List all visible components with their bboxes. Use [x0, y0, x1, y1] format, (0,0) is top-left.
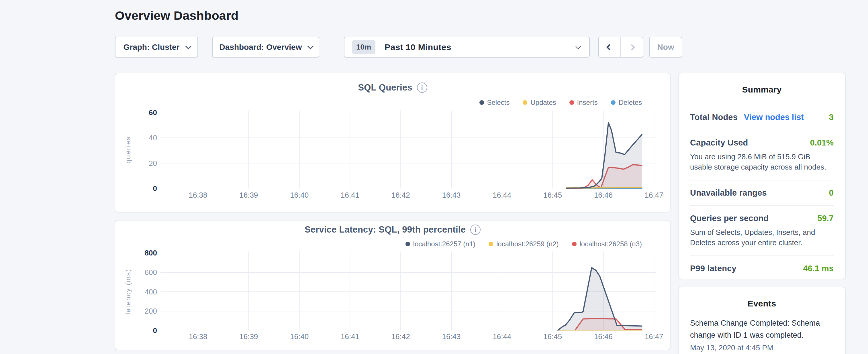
x-tick-label: 16:42: [380, 332, 421, 341]
controls-divider: [335, 37, 335, 58]
summary-row-label: Total Nodes: [690, 112, 738, 122]
x-tick-label: 16:39: [229, 191, 269, 200]
y-tick-label: 0: [114, 326, 157, 335]
summary-row-label: Capacity Used: [690, 138, 748, 148]
sql-queries-chart[interactable]: [160, 108, 656, 189]
x-tick-label: 16:46: [583, 191, 623, 200]
summary-row-description: Sum of Selects, Updates, Inserts, and De…: [690, 227, 834, 248]
dashboard-select-label: Dashboard: Overview: [219, 43, 302, 52]
summary-row: Queries per second 59.7 Sum of Selects, …: [690, 206, 834, 256]
summary-row-label: Unavailable ranges: [690, 188, 767, 198]
y-tick-label: 400: [114, 287, 157, 296]
legend-dot-icon: [479, 100, 484, 105]
legend-label: Selects: [487, 99, 510, 106]
legend-item[interactable]: Updates: [523, 99, 556, 106]
summary-row-value: 0: [829, 188, 834, 198]
legend-item[interactable]: localhost:26259 (n2): [489, 240, 559, 248]
x-tick-label: 16:44: [482, 191, 522, 200]
overview-dashboard-page: Overview Dashboard Graph: Cluster Dashbo…: [0, 0, 868, 354]
legend-item[interactable]: Selects: [479, 99, 510, 106]
event-item[interactable]: Schema Change Completed: Schema change w…: [690, 317, 834, 352]
legend-dot-icon: [489, 242, 493, 246]
event-text: Schema Change Completed: Schema change w…: [690, 317, 834, 341]
sql-queries-legend: SelectsUpdatesInsertsDeletes: [115, 99, 642, 106]
y-tick-label: 600: [114, 268, 157, 277]
legend-dot-icon: [523, 100, 527, 105]
chevron-down-icon: [308, 43, 313, 49]
summary-row-label: P99 latency: [690, 264, 737, 273]
legend-dot-icon: [569, 100, 574, 105]
x-tick-label: 16:41: [330, 191, 370, 200]
y-tick-label: 40: [114, 133, 157, 142]
chart-title: Service Latency: SQL, 99th percentile: [305, 225, 466, 235]
time-forward-button[interactable]: [620, 37, 643, 57]
graph-select-dropdown[interactable]: Graph: Cluster: [115, 37, 198, 58]
x-tick-label: 16:47: [634, 332, 674, 341]
chevron-right-icon: [629, 44, 635, 51]
summary-row-value: 3: [829, 112, 834, 122]
page-title: Overview Dashboard: [115, 9, 239, 23]
chevron-left-icon: [607, 44, 613, 51]
x-tick-label: 16:47: [634, 191, 674, 200]
sidebar: [0, 0, 115, 354]
x-tick-label: 16:41: [330, 332, 370, 341]
x-tick-label: 16:39: [229, 332, 269, 341]
chart-title: SQL Queries: [358, 83, 412, 93]
summary-row-label: Queries per second: [690, 214, 769, 223]
dashboard-select-dropdown[interactable]: Dashboard: Overview: [212, 37, 319, 58]
summary-row-value: 59.7: [817, 214, 834, 223]
x-tick-label: 16:42: [380, 191, 421, 200]
summary-row: P99 latency 46.1 ms: [690, 256, 834, 281]
info-icon[interactable]: i: [470, 225, 480, 235]
legend-label: Inserts: [577, 99, 598, 106]
summary-row-value: 0.01%: [810, 138, 834, 148]
events-title: Events: [679, 299, 845, 309]
summary-row: Unavailable ranges 0: [690, 181, 834, 206]
time-step-buttons: [598, 37, 643, 58]
service-latency-chart[interactable]: [160, 250, 656, 330]
x-tick-label: 16:44: [482, 332, 522, 341]
x-tick-label: 16:45: [533, 332, 573, 341]
y-tick-label: 200: [114, 307, 157, 316]
summary-row-value: 46.1 ms: [803, 264, 834, 273]
y-tick-label: 800: [114, 248, 157, 257]
legend-label: Deletes: [619, 99, 642, 106]
y-tick-label: 60: [114, 108, 157, 117]
x-tick-label: 16:43: [431, 332, 471, 341]
legend-item[interactable]: localhost:26258 (n3): [572, 240, 642, 248]
legend-label: localhost:26258 (n3): [580, 240, 642, 248]
time-range-badge: 10m: [352, 40, 375, 54]
summary-row: Total Nodes View nodes list 3: [690, 105, 834, 130]
summary-row-description: You are using 28.6 MiB of 515.9 GiB usab…: [690, 152, 834, 172]
events-list: Schema Change Completed: Schema change w…: [690, 317, 834, 352]
x-tick-label: 16:40: [279, 191, 319, 200]
legend-dot-icon: [611, 100, 616, 105]
time-range-label: Past 10 Minutes: [384, 42, 451, 52]
legend-label: Updates: [530, 99, 556, 106]
summary-row: Capacity Used 0.01% You are using 28.6 M…: [690, 130, 834, 181]
legend-dot-icon: [572, 242, 577, 246]
now-button[interactable]: Now: [649, 37, 682, 58]
x-tick-label: 16:38: [178, 191, 218, 200]
legend-dot-icon: [405, 242, 410, 246]
events-panel: Events Schema Change Completed: Schema c…: [678, 287, 846, 354]
info-icon[interactable]: i: [417, 83, 427, 93]
legend-item[interactable]: localhost:26257 (n1): [405, 240, 475, 248]
legend-label: localhost:26257 (n1): [413, 240, 475, 248]
service-latency-title-row: Service Latency: SQL, 99th percentile i: [115, 225, 671, 235]
y-tick-label: 0: [114, 184, 157, 193]
summary-title: Summary: [679, 85, 845, 95]
legend-item[interactable]: Deletes: [611, 99, 642, 106]
x-tick-label: 16:46: [583, 332, 623, 341]
time-range-selector[interactable]: 10m Past 10 Minutes: [344, 37, 590, 58]
view-nodes-link[interactable]: View nodes list: [744, 112, 804, 122]
chevron-down-icon: [185, 43, 191, 49]
x-tick-label: 16:40: [279, 332, 319, 341]
x-tick-label: 16:43: [431, 191, 471, 200]
event-timestamp: May 13, 2020 at 4:45 PM: [690, 344, 834, 352]
time-back-button[interactable]: [599, 37, 620, 57]
sql-queries-title-row: SQL Queries i: [115, 83, 671, 93]
summary-panel: Summary Total Nodes View nodes list 3 Ca…: [678, 73, 846, 279]
legend-item[interactable]: Inserts: [569, 99, 598, 106]
summary-rows: Total Nodes View nodes list 3 Capacity U…: [690, 105, 834, 281]
